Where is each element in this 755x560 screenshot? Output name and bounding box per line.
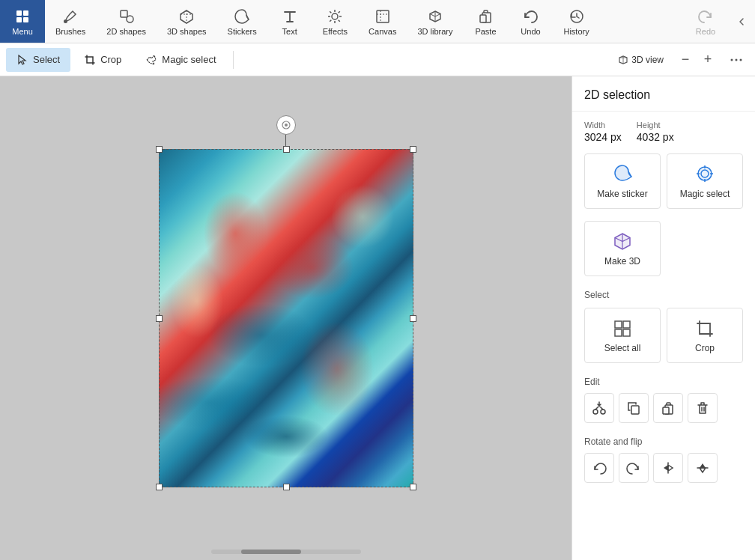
toolbar-stickers[interactable]: Stickers: [217, 0, 267, 43]
svg-line-14: [339, 11, 340, 13]
svg-point-21: [736, 58, 738, 61]
svg-line-12: [330, 11, 332, 13]
zoom-in-button[interactable]: +: [698, 50, 718, 70]
make3d-row: Make 3D: [572, 216, 755, 284]
paste-label: Paste: [475, 27, 496, 36]
canvas-label: Canvas: [369, 27, 396, 36]
3dview-label: 3D view: [631, 55, 664, 65]
dimensions-row: Width 3024 px Height 4032 px: [572, 112, 755, 149]
handle-bottom-right[interactable]: [410, 484, 416, 490]
toolbar-3dlibrary[interactable]: 3D library: [407, 0, 463, 43]
toolbar-canvas[interactable]: Canvas: [358, 0, 407, 43]
magic-select-panel-icon: [694, 163, 715, 184]
canvas-container: [159, 149, 413, 487]
svg-rect-16: [377, 10, 389, 22]
toolbar-text[interactable]: Text: [267, 0, 312, 43]
toolbar-effects[interactable]: Effects: [312, 0, 358, 43]
crop-tool-button[interactable]: Crop: [73, 48, 132, 72]
more-options-button[interactable]: [724, 50, 749, 70]
zoom-out-button[interactable]: −: [676, 50, 695, 70]
collapse-panel-button[interactable]: [728, 11, 755, 32]
make-sticker-button[interactable]: Make sticker: [584, 153, 661, 209]
svg-point-36: [601, 410, 605, 414]
rotate-flip-section-label: Rotate and flip: [572, 430, 755, 450]
toolbar-2dshapes[interactable]: 2D shapes: [96, 0, 157, 43]
effects-label: Effects: [323, 27, 348, 36]
select-crop-row: Select all Crop: [572, 303, 755, 370]
rotate-right-button[interactable]: [619, 453, 649, 483]
magic-select-label: Magic select: [162, 54, 216, 65]
height-dimension: Height 4032 px: [637, 121, 674, 143]
svg-rect-2: [16, 17, 22, 22]
canvas-area[interactable]: [0, 76, 571, 560]
toolbar-history[interactable]: History: [553, 0, 599, 43]
toolbar-brushes[interactable]: Brushes: [45, 0, 96, 43]
text-label: Text: [282, 27, 297, 36]
crop-panel-button[interactable]: Crop: [667, 308, 743, 362]
handle-middle-left[interactable]: [156, 315, 163, 322]
2dshapes-label: 2D shapes: [106, 27, 146, 36]
copy-button[interactable]: [619, 393, 649, 423]
canvas-image[interactable]: [159, 149, 413, 487]
redo-icon: [697, 7, 714, 25]
toolbar-3dshapes[interactable]: 3D shapes: [157, 0, 217, 43]
paste-panel-icon: [661, 401, 676, 416]
canvas-icon: [375, 7, 391, 25]
svg-point-6: [127, 16, 133, 22]
2dshapes-icon: [118, 7, 135, 25]
cut-button[interactable]: [584, 393, 614, 423]
flip-horizontal-button[interactable]: [653, 453, 683, 483]
flip-horizontal-icon: [661, 460, 676, 475]
rotate-buttons-row: [572, 450, 755, 490]
toolbar-undo[interactable]: Undo: [508, 0, 553, 43]
rotate-circle[interactable]: [276, 115, 296, 135]
svg-rect-3: [23, 17, 28, 22]
handle-top-right[interactable]: [410, 146, 416, 153]
toolbar-right: Redo: [683, 0, 755, 43]
delete-button[interactable]: [688, 393, 718, 423]
flip-vertical-icon: [695, 460, 710, 475]
rotate-left-icon: [592, 460, 607, 475]
svg-rect-33: [615, 329, 622, 336]
svg-rect-0: [16, 10, 22, 16]
handle-bottom-middle[interactable]: [283, 484, 290, 490]
svg-line-13: [339, 20, 340, 22]
magic-select-button[interactable]: Magic select: [667, 153, 743, 209]
select-all-label: Select all: [604, 343, 641, 353]
handle-top-left[interactable]: [156, 146, 163, 153]
undo-label: Undo: [521, 27, 540, 36]
select-all-button[interactable]: Select all: [584, 308, 661, 362]
handle-middle-right[interactable]: [410, 315, 416, 322]
svg-point-4: [64, 19, 67, 23]
cut-icon: [592, 401, 607, 416]
svg-point-7: [332, 13, 338, 19]
3d-view-button[interactable]: 3D view: [612, 52, 670, 68]
toolbar-paste[interactable]: Paste: [463, 0, 508, 43]
width-dimension: Width 3024 px: [584, 121, 622, 143]
toolbar-right-controls: 3D view − +: [612, 50, 749, 70]
make-3d-button[interactable]: Make 3D: [584, 221, 661, 276]
select-label: Select: [33, 54, 60, 65]
scrollbar-thumb: [241, 550, 301, 554]
svg-point-24: [285, 124, 288, 127]
select-tool-button[interactable]: Select: [6, 48, 70, 72]
paste-icon: [477, 7, 494, 25]
handle-bottom-left[interactable]: [156, 484, 163, 490]
delete-icon: [695, 401, 710, 416]
width-label: Width: [584, 121, 622, 130]
menu-button[interactable]: Menu: [0, 0, 45, 43]
magic-select-tool-button[interactable]: Magic select: [135, 48, 226, 72]
canvas-scrollbar[interactable]: [211, 550, 361, 554]
history-label: History: [563, 27, 589, 36]
flip-vertical-button[interactable]: [688, 453, 718, 483]
toolbar-redo[interactable]: Redo: [683, 2, 728, 40]
rotate-handle[interactable]: [276, 115, 296, 148]
rotate-handle-line: [285, 135, 286, 148]
paste-button[interactable]: [653, 393, 683, 423]
svg-point-25: [698, 167, 712, 180]
rotate-left-button[interactable]: [584, 453, 614, 483]
height-label: Height: [637, 121, 674, 130]
magic-select-icon: [145, 54, 157, 66]
svg-rect-37: [631, 406, 639, 414]
stickers-icon: [234, 7, 250, 25]
